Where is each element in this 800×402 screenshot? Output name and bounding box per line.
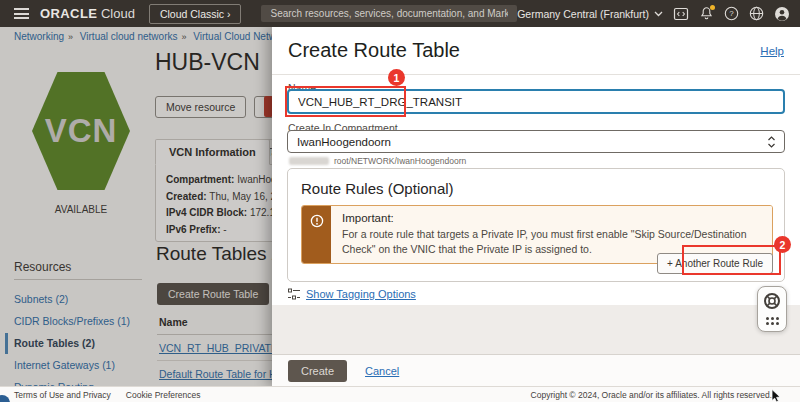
cookie-preferences-link[interactable]: Cookie Preferences — [126, 390, 201, 400]
route-table-name-input[interactable] — [287, 89, 785, 114]
redacted-tenancy-name — [289, 157, 329, 165]
panel-title: Create Route Table — [288, 39, 460, 62]
create-route-table-panel: Create Route Table Help Name Create In C… — [272, 27, 800, 386]
search-input[interactable] — [261, 5, 517, 22]
warning-bar — [302, 206, 331, 263]
console-footer: Terms of Use and Privacy Cookie Preferen… — [0, 386, 800, 402]
compartment-path-text: root/NETWORK/IwanHoogendoorn — [334, 156, 466, 166]
warning-text: For a route rule that targets a Private … — [342, 227, 761, 256]
top-navigation-bar: ORACLE Cloud Cloud Classic › Germany Cen… — [0, 0, 800, 27]
compartment-select[interactable]: IwanHoogendoorn — [287, 130, 785, 153]
annotation-step-2: 2 — [774, 236, 791, 253]
apps-grid-icon — [766, 317, 779, 325]
route-rules-title: Route Rules (Optional) — [301, 180, 771, 197]
support-widget[interactable] — [757, 286, 787, 332]
tagging-options-icon — [288, 288, 300, 300]
developer-tools-icon[interactable] — [673, 6, 689, 22]
help-icon[interactable]: ? — [724, 6, 739, 21]
chevron-down-icon — [654, 11, 663, 17]
compartment-selected-value: IwanHoogendoorn — [297, 136, 391, 148]
panel-footer: Create Cancel — [272, 354, 800, 386]
lifering-icon — [763, 292, 781, 310]
cancel-link[interactable]: Cancel — [365, 365, 399, 377]
route-rules-section: Route Rules (Optional) Important: For a … — [287, 168, 785, 282]
warning-icon — [310, 214, 324, 228]
region-label: Germany Central (Frankfurt) — [517, 8, 649, 20]
compartment-path-helper: root/NETWORK/IwanHoogendoorn — [289, 156, 466, 166]
hamburger-menu-icon[interactable] — [14, 8, 29, 19]
show-tagging-options-row: Show Tagging Options — [288, 288, 416, 300]
oracle-cloud-logo[interactable]: ORACLE Cloud — [40, 6, 135, 21]
panel-filler — [272, 305, 800, 354]
modal-overlay — [0, 27, 272, 386]
logo-oracle: ORACLE — [40, 6, 97, 21]
logo-cloud: Cloud — [97, 6, 135, 21]
profile-avatar-icon[interactable] — [774, 6, 790, 22]
copyright-text: Copyright © 2024, Oracle and/or its affi… — [531, 390, 772, 400]
another-route-rule-button[interactable]: + Another Route Rule — [657, 253, 773, 274]
region-selector[interactable]: Germany Central (Frankfurt) — [517, 8, 663, 20]
cloud-classic-button[interactable]: Cloud Classic › — [149, 4, 242, 24]
warning-title: Important: — [342, 212, 761, 224]
svg-text:?: ? — [729, 9, 734, 18]
notifications-bell-icon[interactable] — [699, 6, 714, 21]
help-link[interactable]: Help — [760, 45, 784, 57]
annotation-step-1: 1 — [388, 69, 405, 86]
select-chevrons-icon — [767, 135, 776, 149]
language-globe-icon[interactable] — [749, 6, 764, 21]
notification-badge — [710, 5, 715, 10]
terms-link[interactable]: Terms of Use and Privacy — [14, 390, 111, 400]
create-button[interactable]: Create — [288, 360, 347, 382]
show-tagging-options-link[interactable]: Show Tagging Options — [306, 288, 416, 300]
divider — [272, 74, 800, 75]
